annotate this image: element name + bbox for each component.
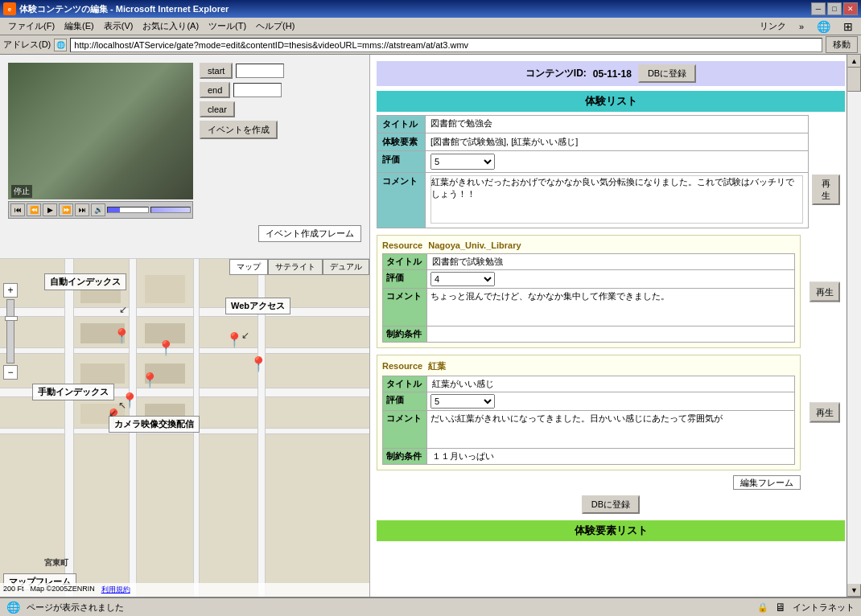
zoom-handle[interactable] <box>5 316 18 321</box>
zoom-out-button[interactable]: − <box>3 365 18 380</box>
minimize-button[interactable]: ─ <box>811 2 826 15</box>
menu-favorites[interactable]: お気に入り(A) <box>138 18 204 34</box>
left-panel: 停止 ⏮ ⏪ ▶ ⏩ ⏭ 🔊 <box>0 55 370 597</box>
video-display: 停止 <box>8 63 193 199</box>
comment-row: コメント 紅葉がきれいだったおかげでなかなか良い気分転換になりました。これで試験… <box>377 173 846 228</box>
resource2-table: タイトル 評価 54321 コメント だいぶ紅葉 <box>382 376 795 465</box>
map-footer: 200 Ft Map ©2005ZENRIN 利用規約 <box>0 583 369 597</box>
rewind-button[interactable]: ⏪ <box>27 203 41 216</box>
video-frame: 停止 ⏮ ⏪ ▶ ⏩ ⏭ 🔊 <box>0 55 369 259</box>
play-button[interactable]: ▶ <box>43 203 57 216</box>
r1-play-button[interactable]: 再生 <box>810 281 840 302</box>
maximize-button[interactable]: □ <box>827 2 842 15</box>
map-copyright: Map ©2005ZENRIN <box>31 585 95 595</box>
go-button[interactable]: 移動 <box>826 36 858 53</box>
r2-title-input[interactable] <box>430 378 791 389</box>
network-icon: 🖥 <box>775 601 786 614</box>
scroll-down-button[interactable]: ▼ <box>847 584 861 597</box>
r1-constraint-label: 制約条件 <box>383 326 427 343</box>
r2-constraint-row: 制約条件 <box>383 449 795 465</box>
volume-track <box>150 207 191 213</box>
r2-rating-select[interactable]: 54321 <box>430 394 495 409</box>
pin-red2[interactable]: 📍 <box>225 331 243 349</box>
video-image <box>8 63 193 199</box>
map-tab-dual[interactable]: デュアル <box>323 259 369 275</box>
close-button[interactable]: ✕ <box>843 2 858 15</box>
end-row: end <box>200 82 284 98</box>
r2-play-button[interactable]: 再生 <box>810 403 840 423</box>
seek-track[interactable] <box>107 207 149 213</box>
r2-constraint-input[interactable] <box>430 450 791 462</box>
pin-yellow[interactable]: 📍 <box>141 372 159 389</box>
r2-title-row: タイトル <box>383 376 795 392</box>
bottom-section-header: 体験要素リスト <box>377 520 845 541</box>
r1-rating-row: 評価 45321 <box>383 270 795 289</box>
r1-rating-label: 評価 <box>383 270 427 289</box>
r1-rating-value: 45321 <box>427 270 795 289</box>
map-tab-map[interactable]: マップ <box>229 259 268 275</box>
menu-tools[interactable]: ツール(T) <box>204 18 251 34</box>
map-background[interactable]: 📍 📍 📍 📍 📍 📍 📍 自動インデックス ↙ Webアクセス ↙ 手動インデ… <box>0 259 369 597</box>
comment-textarea[interactable]: 紅葉がきれいだったおかげでなかなか良い気分転換になりました。これで試験はバッチリ… <box>430 175 803 224</box>
map-zoom-controls: + − <box>3 283 18 380</box>
rating-select[interactable]: 54321 <box>430 154 495 170</box>
video-player-bar: ⏮ ⏪ ▶ ⏩ ⏭ 🔊 <box>8 201 193 219</box>
prev-button[interactable]: ⏮ <box>10 203 25 216</box>
start-input[interactable] <box>236 64 284 78</box>
r1-constraint-value <box>427 326 795 343</box>
r1-comment-textarea[interactable]: ちょっと混んでたけど、なかなか集中して作業できました。 <box>430 290 791 322</box>
r1-title-input[interactable] <box>430 256 791 267</box>
end-button[interactable]: end <box>200 82 230 98</box>
r2-rating-value: 54321 <box>427 392 795 411</box>
volume-button[interactable]: 🔊 <box>91 203 105 216</box>
links-label[interactable]: リンク <box>755 18 791 34</box>
bottom-db-register-button[interactable]: DBに登録 <box>582 495 640 514</box>
r1-rating-select[interactable]: 45321 <box>430 272 495 286</box>
map-tabs: マップ サテライト デュアル <box>229 259 369 275</box>
security-icon: 🔒 <box>757 602 768 613</box>
create-event-button[interactable]: イベントを作成 <box>200 121 278 139</box>
menu-help[interactable]: ヘルプ(H) <box>251 18 299 34</box>
zoom-in-button[interactable]: + <box>3 283 18 298</box>
pin-red3[interactable]: 📍 <box>249 355 267 373</box>
title-label: タイトル <box>377 116 426 133</box>
end-input[interactable] <box>233 83 282 97</box>
menu-file[interactable]: ファイル(F) <box>3 18 60 34</box>
edit-frame-label: 編集フレーム <box>733 475 801 490</box>
map-frame: マップ サテライト デュアル <box>0 259 369 597</box>
create-event-row: イベントを作成 <box>200 121 284 139</box>
scroll-thumb[interactable] <box>847 68 861 92</box>
building3 <box>145 275 185 303</box>
title-input[interactable] <box>430 119 803 129</box>
start-button[interactable]: start <box>200 63 233 79</box>
forward-button[interactable]: ⏩ <box>59 203 73 216</box>
r1-title-value <box>427 254 795 270</box>
address-input[interactable] <box>70 38 822 52</box>
play-button-main[interactable]: 再生 <box>812 175 840 205</box>
right-scrollbar[interactable]: ▲ ▼ <box>847 55 861 597</box>
content-id-label: コンテンツID: <box>525 67 587 80</box>
camera-label: カメラ映像交換配信 <box>109 416 200 433</box>
r1-constraint-input[interactable] <box>430 328 791 339</box>
scroll-up-button[interactable]: ▲ <box>847 55 861 68</box>
map-tab-satellite[interactable]: サテライト <box>268 259 323 275</box>
resource1-header: Resource Nagoya_Univ._Library <box>382 240 795 250</box>
arrow3: ↖ <box>118 400 126 411</box>
next-button[interactable]: ⏭ <box>75 203 89 216</box>
top-db-register-button[interactable]: DBに登録 <box>638 64 696 83</box>
pin-orange[interactable]: 📍 <box>157 339 175 357</box>
map-terms-link[interactable]: 利用規約 <box>101 585 130 595</box>
pin-red1[interactable]: 📍 <box>113 327 130 345</box>
menu-view[interactable]: 表示(V) <box>99 18 138 34</box>
video-status: 停止 <box>11 185 32 198</box>
clear-button[interactable]: clear <box>200 101 235 117</box>
menu-edit[interactable]: 編集(E) <box>60 18 99 34</box>
r1-title-label: タイトル <box>383 254 427 270</box>
building5 <box>80 363 125 384</box>
elements-value: [図書館で試験勉強], [紅葉がいい感じ] <box>426 133 809 151</box>
r1-title-row: タイトル <box>383 254 795 270</box>
r2-comment-textarea[interactable]: だいぶ紅葉がきれいになってきました。日かいい感じにあたって雰囲気が <box>430 413 791 445</box>
expand-icon[interactable]: » <box>794 20 809 33</box>
status-icon: 🌐 <box>6 601 20 614</box>
resource-block-1: Resource Nagoya_Univ._Library タイトル 評価 45… <box>377 235 801 348</box>
